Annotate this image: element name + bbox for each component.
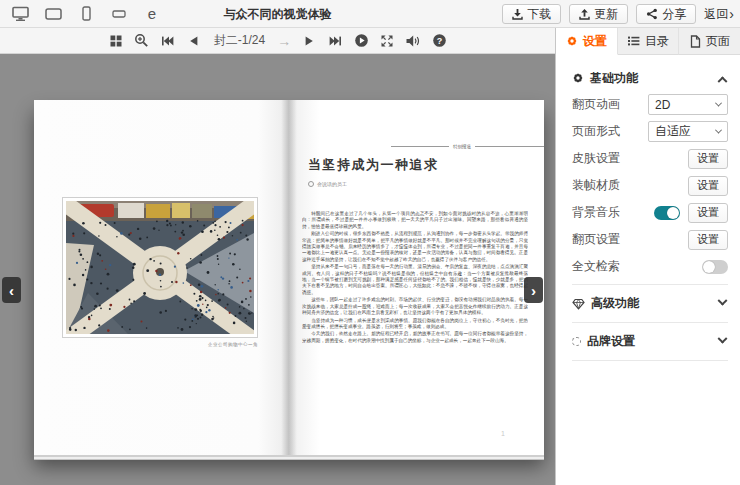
download-label: 下载 [527,6,551,23]
last-page-icon[interactable] [327,33,343,49]
article-header-rule: 特别报道 [391,142,544,150]
section-basic-functions[interactable]: 基础功能 [572,65,728,91]
back-link[interactable]: 返回 › [704,6,734,23]
article-byline: 会说话的员工 [308,181,347,187]
author-name: 会说话的员工 [317,181,347,187]
first-page-icon[interactable] [160,33,176,49]
update-button[interactable]: 更新 [569,4,628,24]
upload-icon [579,8,590,20]
section-advanced-label: 高级功能 [591,295,639,312]
flip-settings-label: 翻页设置 [572,231,620,248]
toggle-knob [703,261,715,273]
share-button[interactable]: 分享 [636,4,696,24]
update-label: 更新 [594,6,618,23]
gem-icon [572,298,585,310]
row-fulltext-search: 全文检索 [572,253,728,280]
thumbnails-icon[interactable] [108,33,124,49]
page-mode-label: 页面形式 [572,123,620,140]
header-line-left [391,146,449,147]
section-brand-settings[interactable]: 品牌设置 [572,327,728,356]
page-number: 1 [501,430,505,437]
background-music-settings-button[interactable]: 设置 [688,203,728,223]
viewer-toolbar: 封二-1/24 → ? [0,28,555,54]
flip-animation-select[interactable]: 2D [648,94,728,115]
tab-pages-label: 页面 [706,33,730,50]
viewer-stage: 企业公司购物中心一角 特别报道 当坚持成为一种追求 会说话的员工 转眼间已在这里… [0,54,555,485]
skin-settings-button[interactable]: 设置 [688,149,728,169]
goto-arrow-icon[interactable]: → [277,33,291,49]
help-icon[interactable]: ? [431,33,447,49]
gear-icon [566,35,578,47]
section-basic-label: 基础功能 [590,70,638,87]
browser-e-icon[interactable]: e [142,5,162,23]
page-file-icon [690,35,701,48]
autoplay-icon[interactable] [353,33,369,49]
binding-material-label: 装帧材质 [572,177,620,194]
binding-material-button[interactable]: 设置 [688,176,728,196]
row-page-mode: 页面形式 自适应 [572,118,728,145]
phone-landscape-icon[interactable] [109,5,129,23]
flipbook-editor-window: e 与众不同的视觉体验 下载 更新 分享 返回 › [0,0,740,485]
share-label: 分享 [662,6,686,23]
settings-sidebar: 设置 目录 页面 基础功能 翻页动画 2D [555,28,740,485]
share-icon [646,8,658,20]
top-toolbar: e 与众不同的视觉体验 下载 更新 分享 返回 › [0,0,740,28]
header-line-right [475,146,544,147]
svg-text:?: ? [436,36,442,46]
flip-animation-value: 2D [655,98,670,112]
tab-settings[interactable]: 设置 [556,28,618,55]
chevron-down-icon [715,100,722,107]
row-flip-animation: 翻页动画 2D [572,91,728,118]
download-button[interactable]: 下载 [502,4,561,24]
prev-page-icon[interactable] [186,33,202,49]
download-icon [512,8,523,20]
toggle-knob [667,207,679,219]
flipbook: 企业公司购物中心一角 特别报道 当坚持成为一种追求 会说话的员工 转眼间已在这里… [34,100,544,455]
page-indicator[interactable]: 封二-1/24 [214,32,265,49]
chevron-down-icon [718,296,728,306]
article-header-label: 特别报道 [449,144,475,149]
section-advanced-functions[interactable]: 高级功能 [572,289,728,318]
desktop-icon[interactable] [10,5,30,23]
book-right-page[interactable]: 特别报道 当坚持成为一种追求 会说话的员工 转眼间已在这里走过了几个年头，从第一… [289,100,544,455]
book-left-page[interactable]: 企业公司购物中心一角 [34,100,289,455]
fulltext-search-toggle[interactable] [702,260,728,274]
page-mode-select[interactable]: 自适应 [648,121,728,142]
sound-icon[interactable] [405,33,421,49]
fulltext-search-label: 全文检索 [572,258,620,275]
prev-page-arrow-button[interactable]: ‹ [2,277,21,303]
article-title: 当坚持成为一种追求 [308,156,439,174]
background-music-toggle[interactable] [654,206,680,220]
row-binding-material: 装帧材质 设置 [572,172,728,199]
article-body: 转眼间已在这里走过了几个年头，从第一个项目的忐忑不安，到如今面对挑战时的从容不迫… [302,211,528,439]
tab-settings-label: 设置 [583,33,607,50]
tab-toc-label: 目录 [645,33,669,50]
topbar-actions: 下载 更新 分享 返回 › [502,0,734,28]
page-mode-value: 自适应 [655,123,691,140]
next-page-icon[interactable] [301,33,317,49]
chevron-down-icon [718,334,728,344]
zoom-in-icon[interactable] [134,33,150,49]
next-page-arrow-button[interactable]: › [524,277,543,303]
section-brand-label: 品牌设置 [587,333,635,350]
phone-portrait-icon[interactable] [76,5,96,23]
dashed-circle-icon [572,337,581,346]
tab-pages[interactable]: 页面 [679,28,740,55]
mall-crowd-photo [62,197,258,338]
fullscreen-icon[interactable] [379,33,395,49]
divider [572,284,728,285]
row-background-music: 背景音乐 设置 [572,199,728,226]
photo-caption: 企业公司购物中心一角 [62,342,258,347]
tab-toc[interactable]: 目录 [618,28,680,55]
device-preview-group: e [0,5,162,23]
settings-panel: 基础功能 翻页动画 2D 页面形式 自适应 皮肤设置 设置 [556,55,740,361]
divider [572,322,728,323]
chevron-up-icon [718,76,728,86]
tablet-landscape-icon[interactable] [43,5,63,23]
back-label: 返回 [704,6,728,23]
flip-animation-label: 翻页动画 [572,96,620,113]
row-flip-settings: 翻页设置 设置 [572,226,728,253]
toc-list-icon [627,35,640,47]
author-avatar-circle-icon [308,181,314,187]
flip-settings-button[interactable]: 设置 [688,230,728,250]
